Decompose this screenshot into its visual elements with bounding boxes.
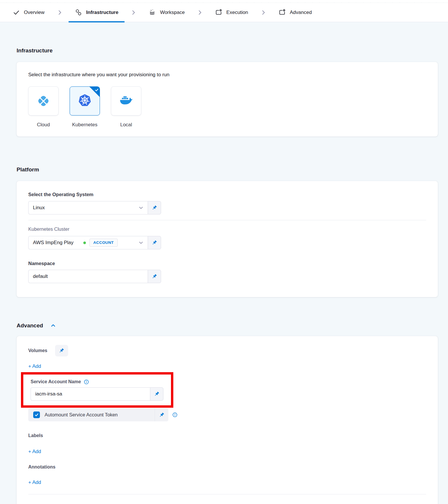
- option-kubernetes: Kubernetes: [70, 86, 100, 128]
- info-icon[interactable]: [172, 412, 177, 417]
- local-option-card[interactable]: [111, 86, 141, 116]
- service-account-input-box: [31, 387, 150, 401]
- automount-row: Automount Service Account Token: [28, 408, 168, 421]
- automount-label: Automount Service Account Token: [45, 412, 118, 418]
- service-account-label-row: Service Account Name: [31, 379, 171, 384]
- pin-icon: [154, 391, 159, 397]
- checkmark-icon: [34, 413, 39, 417]
- namespace-input-box: [28, 270, 148, 283]
- infrastructure-prompt: Select the infrastructure where you want…: [28, 72, 426, 78]
- service-account-control: [31, 387, 163, 401]
- automount-section: Automount Service Account Token: [28, 408, 426, 421]
- namespace-input[interactable]: [33, 274, 144, 279]
- platform-card: Select the Operating System Linux Kubern…: [17, 181, 438, 297]
- option-cloud: Cloud: [28, 86, 59, 128]
- advanced-card: Volumes + Add Service Account Name: [17, 336, 438, 504]
- chevron-right-icon: [260, 10, 266, 15]
- option-label: Local: [120, 122, 132, 128]
- tab-label: Infrastructure: [86, 10, 119, 15]
- chevron-right-icon: [57, 10, 63, 15]
- hexagons-icon: [75, 9, 82, 16]
- tab-infrastructure[interactable]: Infrastructure: [68, 3, 125, 22]
- service-account-label: Service Account Name: [31, 379, 81, 384]
- option-local: Local: [111, 86, 141, 128]
- annotations-label: Annotations: [28, 464, 426, 470]
- infrastructure-card: Select the infrastructure where you want…: [17, 62, 438, 136]
- namespace-control: [28, 270, 161, 283]
- chevron-down-icon: [136, 240, 144, 245]
- volumes-pin-button[interactable]: [55, 345, 68, 356]
- cluster-pin-button[interactable]: [148, 236, 161, 249]
- advanced-heading-text: Advanced: [17, 322, 43, 329]
- window-drag-dots-strip: [0, 0, 448, 3]
- automount-checkbox[interactable]: [33, 411, 40, 418]
- tab-overview[interactable]: Overview: [6, 3, 51, 22]
- chevron-down-icon: [136, 205, 144, 210]
- section-heading-platform: Platform: [17, 166, 438, 173]
- infrastructure-options: Cloud: [28, 86, 426, 128]
- section-divider: [28, 494, 426, 494]
- namespace-pin-button[interactable]: [148, 270, 161, 283]
- pin-icon: [152, 240, 157, 245]
- pin-icon: [59, 348, 64, 353]
- tab-label: Workspace: [160, 10, 185, 15]
- layers-icon: [149, 9, 156, 16]
- field-divider: [28, 220, 426, 220]
- automount-pin-button[interactable]: [155, 408, 168, 421]
- pin-icon: [152, 205, 157, 210]
- tab-execution[interactable]: Execution: [209, 3, 255, 22]
- info-icon[interactable]: [84, 379, 89, 384]
- annotation-highlight-box: Service Account Name: [21, 372, 173, 408]
- option-label: Cloud: [37, 122, 50, 128]
- section-heading-advanced: Advanced: [17, 322, 438, 329]
- service-account-input[interactable]: [35, 391, 146, 397]
- os-select-control: Linux: [28, 201, 161, 214]
- option-label: Kubernetes: [72, 122, 98, 128]
- os-select-label: Select the Operating System: [28, 191, 426, 197]
- os-select[interactable]: Linux: [28, 201, 148, 214]
- cloud-icon: [37, 95, 50, 107]
- checkmark-icon: [95, 88, 99, 93]
- cluster-select-control: AWS ImpEng Play ACCOUNT: [28, 236, 161, 249]
- tab-workspace[interactable]: Workspace: [142, 3, 191, 22]
- collapse-advanced-button[interactable]: [51, 323, 56, 328]
- cluster-select-label: Kubernetes Cluster: [28, 226, 426, 232]
- main-content: Infrastructure Select the infrastructure…: [0, 47, 448, 504]
- pin-icon: [159, 412, 164, 418]
- cloud-option-card[interactable]: [28, 86, 59, 116]
- cluster-select[interactable]: AWS ImpEng Play ACCOUNT: [28, 236, 148, 249]
- section-heading-infrastructure: Infrastructure: [17, 47, 438, 54]
- docker-icon: [119, 95, 133, 107]
- board-gear-icon: [215, 9, 222, 16]
- labels-label: Labels: [28, 433, 426, 438]
- add-annotation-link[interactable]: + Add: [28, 480, 41, 485]
- tab-advanced[interactable]: Advanced: [272, 3, 318, 22]
- volumes-label: Volumes: [28, 348, 47, 353]
- chevron-right-icon: [130, 10, 136, 15]
- namespace-label: Namespace: [28, 260, 426, 266]
- os-pin-button[interactable]: [148, 201, 161, 214]
- chevron-right-icon: [197, 10, 203, 15]
- pin-icon: [152, 274, 157, 279]
- add-volume-link[interactable]: + Add: [28, 363, 41, 369]
- chevron-up-icon: [51, 323, 56, 328]
- board-gear-icon: [278, 9, 286, 16]
- check-icon: [13, 9, 20, 16]
- tab-label: Overview: [24, 10, 45, 15]
- tab-label: Execution: [226, 10, 248, 15]
- os-select-value: Linux: [33, 205, 45, 211]
- kubernetes-option-card[interactable]: [70, 86, 100, 116]
- volumes-row: Volumes: [28, 345, 426, 356]
- scope-badge: ACCOUNT: [89, 239, 117, 247]
- service-account-pin-button[interactable]: [150, 387, 163, 401]
- add-label-link[interactable]: + Add: [28, 449, 41, 455]
- wizard-tabbar: Overview Infrastructure Workspace: [0, 3, 448, 22]
- cluster-select-value: AWS ImpEng Play: [33, 240, 73, 246]
- tab-label: Advanced: [290, 10, 312, 15]
- connector-status-dot: [83, 242, 86, 244]
